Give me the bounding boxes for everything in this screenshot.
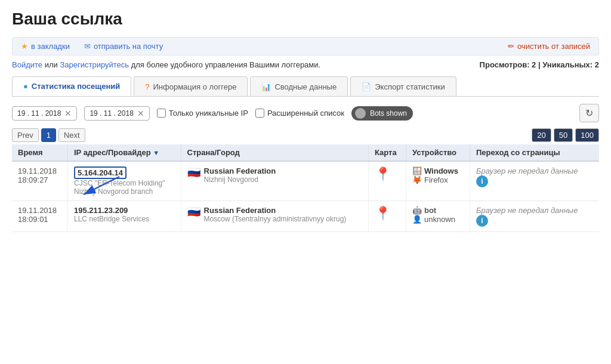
windows-icon: 🪟: [412, 166, 422, 175]
date-from-close[interactable]: ✕: [64, 109, 72, 118]
col-map: Карта: [368, 144, 406, 161]
unknown-icon: 👤: [412, 215, 422, 224]
extended-list-checkbox-label[interactable]: Расширенный список: [255, 109, 344, 118]
clear-link[interactable]: ✏ очистить от записей: [508, 42, 590, 51]
row1-referral: Браузер не передал данные i: [470, 161, 599, 201]
row1-info-button[interactable]: i: [476, 175, 488, 187]
eraser-icon: ✏: [508, 42, 514, 51]
extended-list-label: Расширенный список: [267, 109, 344, 118]
table-row: 19.11.2018 18:09:27 5.164.204.14 CJSC "E…: [12, 161, 599, 201]
date-from-pill[interactable]: 19 . 11 . 2018 ✕: [12, 106, 77, 121]
row2-map: 📍: [368, 201, 406, 232]
row1-country: 🇷🇺 Russian Federation Nizhnij Novgorod: [181, 161, 368, 201]
row2-provider: LLC netBridge Services: [74, 215, 175, 223]
clear-label: очистить от записей: [517, 42, 590, 51]
map-pin-icon[interactable]: 📍: [375, 166, 391, 181]
prev-button[interactable]: Prev: [12, 128, 39, 142]
firefox-icon: 🦊: [412, 175, 422, 184]
email-label: отправить на почту: [94, 42, 163, 51]
register-link[interactable]: Зарегистрируйтесь: [60, 60, 129, 69]
page-title: Ваша ссылка: [12, 10, 599, 29]
table-row: 19.11.2018 18:09:01 195.211.23.209 LLC n…: [12, 201, 599, 232]
tab-stats-icon: ●: [23, 82, 28, 91]
page-size-100[interactable]: 100: [575, 128, 599, 142]
info-bar: Войдите или Зарегистрируйтесь для более …: [12, 60, 599, 69]
info-bar-left: Войдите или Зарегистрируйтесь для более …: [12, 60, 320, 69]
row1-provider2: Nizhny Novgorod branch: [74, 187, 175, 196]
row2-city: Moscow (Tsentralnyy administrativnyy okr…: [204, 215, 347, 223]
tab-summary[interactable]: 📊 Сводные данные: [250, 76, 348, 96]
tab-export-label: Экспорт статистики: [375, 82, 445, 91]
info-suffix: для более удобного управления Вашими лог…: [129, 60, 320, 69]
mail-icon: ✉: [84, 42, 91, 51]
row2-browser: unknown: [424, 215, 455, 224]
pagination-left: Prev 1 Next: [12, 128, 85, 142]
row1-referral-text: Браузер не передал данные: [476, 166, 578, 175]
page-1-button[interactable]: 1: [41, 128, 56, 142]
row2-info-button[interactable]: i: [476, 215, 488, 227]
row1-os: Windows: [424, 166, 458, 175]
page-size-50[interactable]: 50: [554, 128, 573, 142]
data-table: Время IP адрес/Провайдер ▼ Страна/Город …: [12, 144, 599, 232]
row1-ip: 5.164.204.14 CJSC "ER-Telecom Holding" N…: [67, 161, 181, 201]
email-link[interactable]: ✉ отправить на почту: [84, 42, 163, 51]
toggle-knob: [355, 108, 366, 119]
tab-logger[interactable]: ? Информация о логгере: [134, 76, 248, 96]
bookmarks-label: в закладки: [31, 42, 70, 51]
row2-country: 🇷🇺 Russian Federation Moscow (Tsentralny…: [181, 201, 368, 232]
col-time: Время: [12, 144, 67, 161]
date-to-close[interactable]: ✕: [137, 109, 144, 118]
page-size-right: 20 50 100: [532, 128, 599, 142]
pagination-row: Prev 1 Next 20 50 100: [12, 128, 599, 142]
table-body: 19.11.2018 18:09:27 5.164.204.14 CJSC "E…: [12, 161, 599, 232]
row2-country-name: Russian Federation: [204, 206, 347, 215]
col-ip: IP адрес/Провайдер ▼: [67, 144, 181, 161]
login-link[interactable]: Войдите: [12, 60, 42, 69]
row1-browser: Firefox: [424, 175, 448, 184]
tab-export[interactable]: 📄 Экспорт статистики: [350, 76, 456, 96]
filters-row: 19 . 11 . 2018 ✕ 19 . 11 . 2018 ✕ Только…: [12, 104, 599, 122]
bots-toggle[interactable]: Bots shown: [351, 106, 413, 121]
unique-ip-checkbox[interactable]: [157, 109, 166, 118]
table-wrapper: Время IP адрес/Провайдер ▼ Страна/Город …: [12, 144, 599, 232]
bot-icon: 🤖: [412, 206, 422, 215]
next-button[interactable]: Next: [58, 128, 85, 142]
row1-time: 19.11.2018 18:09:27: [12, 161, 67, 201]
extended-list-checkbox[interactable]: [255, 109, 264, 118]
row1-device: 🪟 Windows 🦊 Firefox: [406, 161, 470, 201]
tab-stats-label: Статистика посещений: [32, 82, 120, 91]
row1-flag: 🇷🇺: [187, 166, 200, 180]
tab-stats[interactable]: ● Статистика посещений: [12, 76, 131, 96]
map-pin-icon-2[interactable]: 📍: [375, 206, 391, 221]
toolbar: ★ в закладки ✉ отправить на почту ✏ очис…: [12, 37, 599, 55]
date-to-value: 19 . 11 . 2018: [90, 109, 133, 118]
row1-map: 📍: [368, 161, 406, 201]
row1-country-name: Russian Federation: [204, 166, 276, 175]
col-referral: Переход со страницы: [470, 144, 599, 161]
row2-referral-text: Браузер не передал данные: [476, 206, 578, 215]
star-icon: ★: [21, 42, 28, 51]
or-text: или: [42, 60, 60, 69]
views-count: Просмотров: 2 | Уникальных: 2: [480, 60, 599, 69]
reload-button[interactable]: ↻: [579, 104, 599, 122]
unique-ip-checkbox-label[interactable]: Только уникальные IP: [157, 109, 248, 118]
date-to-pill[interactable]: 19 . 11 . 2018 ✕: [84, 106, 149, 121]
tabs: ● Статистика посещений ? Информация о ло…: [12, 76, 599, 97]
page-size-20[interactable]: 20: [532, 128, 551, 142]
unique-ip-label: Только уникальные IP: [169, 109, 248, 118]
row1-ip-address[interactable]: 5.164.204.14: [74, 166, 126, 179]
bookmarks-link[interactable]: ★ в закладки: [21, 42, 70, 51]
row2-os: bot: [424, 206, 436, 215]
table-header: Время IP адрес/Провайдер ▼ Страна/Город …: [12, 144, 599, 161]
row2-ip-address[interactable]: 195.211.23.209: [74, 206, 128, 215]
row2-referral: Браузер не передал данные i: [470, 201, 599, 232]
row1-city: Nizhnij Novgorod: [204, 175, 276, 184]
date-from-value: 19 . 11 . 2018: [17, 109, 61, 118]
row2-ip: 195.211.23.209 LLC netBridge Services: [67, 201, 181, 232]
row2-flag: 🇷🇺: [187, 206, 200, 219]
toolbar-left: ★ в закладки ✉ отправить на почту: [21, 42, 163, 51]
sort-arrow-icon: ▼: [153, 149, 159, 156]
row2-time: 19.11.2018 18:09:01: [12, 201, 67, 232]
col-device: Устройство: [406, 144, 470, 161]
tab-export-icon: 📄: [362, 82, 371, 91]
